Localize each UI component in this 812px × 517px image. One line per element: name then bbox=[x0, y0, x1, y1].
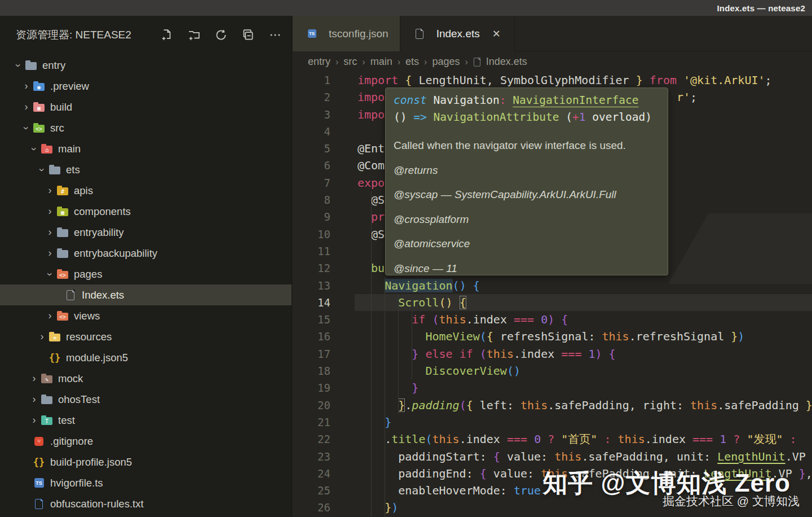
tab-bar: TStsconfig.jsonIndex.ets✕ bbox=[293, 16, 812, 51]
breadcrumb: entry›src›main›ets›pages›Index.ets bbox=[293, 52, 812, 72]
json-icon: {} bbox=[33, 457, 45, 468]
file-icon bbox=[64, 290, 77, 301]
folder-icon bbox=[25, 60, 37, 71]
line-number: 14 bbox=[293, 294, 330, 311]
folder-icon bbox=[41, 394, 53, 405]
tree-item-components[interactable]: ›▦components bbox=[0, 201, 292, 222]
tree-item-ets[interactable]: ›ets bbox=[0, 159, 292, 180]
window-title: Index.ets — netease2 bbox=[717, 3, 805, 13]
chevron-right-icon[interactable]: › bbox=[21, 80, 31, 92]
hover-signature-line: () => NavigationAttribute (+1 overload) bbox=[394, 109, 660, 126]
tree-item-label: resources bbox=[66, 331, 112, 343]
tree-item-test[interactable]: ›Ttest bbox=[0, 410, 292, 431]
tree-item-Index.ets[interactable]: ›Index.ets bbox=[0, 284, 292, 305]
new-file-icon[interactable] bbox=[160, 28, 174, 42]
tab-Index.ets[interactable]: Index.ets✕ bbox=[400, 16, 515, 51]
breadcrumb-item-entry[interactable]: entry bbox=[308, 56, 330, 68]
chevron-right-icon[interactable]: › bbox=[45, 310, 55, 322]
tree-item-label: entryability bbox=[74, 226, 123, 239]
chevron-right-icon[interactable]: › bbox=[21, 101, 31, 113]
line-content: } bbox=[358, 379, 418, 396]
chevron-right-icon: › bbox=[336, 57, 338, 67]
line-number: 17 bbox=[293, 345, 330, 362]
type-link[interactable]: NavigationInterface bbox=[513, 94, 638, 107]
tree-item-entrybackupability[interactable]: ›entrybackupability bbox=[0, 243, 292, 264]
line-number: 16 bbox=[293, 328, 330, 345]
breadcrumb-item-ets[interactable]: ets bbox=[405, 56, 419, 68]
tree-item-.preview[interactable]: ›◉.preview bbox=[0, 76, 292, 97]
close-icon[interactable]: ✕ bbox=[490, 27, 503, 41]
tree-item-label: ets bbox=[66, 164, 80, 176]
chevron-right-icon[interactable]: › bbox=[29, 373, 39, 384]
chevron-right-icon[interactable]: › bbox=[45, 185, 55, 196]
breadcrumb-item-main[interactable]: main bbox=[370, 56, 392, 68]
watermark-juejin: 掘金技术社区 @ 文博知浅 bbox=[663, 493, 800, 509]
tree-item-obfuscation-rules.txt[interactable]: ›obfuscation-rules.txt bbox=[0, 493, 292, 514]
line-content: expo bbox=[358, 174, 385, 191]
tree-item-build[interactable]: ›▣build bbox=[0, 97, 292, 117]
chevron-right-icon: › bbox=[465, 57, 467, 67]
chevron-right-icon[interactable]: › bbox=[29, 393, 39, 405]
line-number: 4 bbox=[293, 123, 330, 140]
tree-item-entryability[interactable]: ›entryability bbox=[0, 222, 292, 243]
file-icon bbox=[474, 58, 480, 66]
tree-item-label: mock bbox=[58, 373, 83, 385]
line-number: 9 bbox=[293, 208, 330, 225]
chevron-right-icon[interactable]: › bbox=[45, 226, 55, 238]
folder-icon: ⌂ bbox=[41, 143, 53, 155]
tree-item-entry[interactable]: ›entry bbox=[0, 55, 292, 76]
folder-icon bbox=[48, 164, 61, 176]
text-file-icon bbox=[33, 498, 45, 510]
chevron-down-icon[interactable]: › bbox=[36, 165, 48, 174]
chevron-right-icon[interactable]: › bbox=[29, 414, 39, 426]
line-number: 11 bbox=[293, 243, 330, 260]
code-line-1[interactable]: 1import { LengthUnit, SymbolGlyphModifie… bbox=[293, 72, 812, 89]
line-content: .title(this.index === 0 ? "首页" : this.in… bbox=[358, 431, 797, 448]
line-number: 18 bbox=[293, 362, 330, 379]
tree-item-apis[interactable]: ›#apis bbox=[0, 180, 292, 201]
chevron-right-icon[interactable]: › bbox=[45, 205, 55, 217]
tree-item-mock[interactable]: ›✎mock bbox=[0, 368, 292, 389]
tree-item-.gitignore[interactable]: ›⑂.gitignore bbox=[0, 431, 292, 452]
new-folder-icon[interactable] bbox=[187, 28, 201, 42]
tree-item-src[interactable]: ›<>src bbox=[0, 117, 292, 138]
line-number: 5 bbox=[293, 140, 330, 157]
chevron-right-icon: › bbox=[362, 57, 365, 67]
folder-icon: <> bbox=[56, 269, 69, 280]
chevron-right-icon[interactable]: › bbox=[37, 331, 47, 343]
line-number: 3 bbox=[293, 106, 330, 123]
tree-item-label: Index.ets bbox=[82, 289, 124, 301]
line-content: } bbox=[358, 414, 391, 431]
tree-item-main[interactable]: ›⌂main bbox=[0, 138, 292, 159]
chevron-down-icon[interactable]: › bbox=[20, 123, 32, 133]
collapse-all-icon[interactable] bbox=[241, 28, 255, 42]
tree-item-hvigorfile.ts[interactable]: ›TShvigorfile.ts bbox=[0, 472, 292, 493]
more-icon[interactable] bbox=[268, 28, 283, 42]
chevron-right-icon[interactable]: › bbox=[45, 247, 55, 259]
line-content: }.padding({ left: this.safePadding, righ… bbox=[358, 397, 812, 414]
refresh-icon[interactable] bbox=[214, 28, 228, 42]
chevron-down-icon[interactable]: › bbox=[28, 144, 40, 154]
line-content: HomeView({ refreshSignal: this.refreshSi… bbox=[358, 328, 744, 345]
tree-item-pages[interactable]: ›<>pages bbox=[0, 264, 292, 284]
chevron-down-icon[interactable]: › bbox=[44, 269, 56, 279]
tab-tsconfig.json[interactable]: TStsconfig.json bbox=[293, 16, 400, 51]
hover-doc-line: Called when the navigator view interface… bbox=[394, 133, 660, 158]
indent-guide bbox=[398, 294, 399, 414]
folder-icon: <> bbox=[56, 310, 69, 322]
chevron-down-icon[interactable]: › bbox=[12, 60, 24, 70]
tree-item-ohosTest[interactable]: ›ohosTest bbox=[0, 389, 292, 410]
breadcrumb-item-pages[interactable]: pages bbox=[432, 56, 460, 68]
tree-item-label: build bbox=[50, 101, 72, 113]
tree-item-resources[interactable]: ›≡resources bbox=[0, 326, 292, 347]
line-number: 23 bbox=[293, 448, 330, 465]
breadcrumb-file[interactable]: Index.ets bbox=[486, 56, 527, 68]
tree-item-module.json5[interactable]: ›{}module.json5 bbox=[0, 347, 292, 368]
line-number: 7 bbox=[293, 174, 330, 191]
line-number: 6 bbox=[293, 157, 330, 174]
line-content: @Ent bbox=[358, 140, 385, 157]
tree-item-views[interactable]: ›<>views bbox=[0, 305, 292, 326]
tree-item-build-profile.json5[interactable]: ›{}build-profile.json5 bbox=[0, 452, 292, 472]
line-number: 10 bbox=[293, 226, 330, 243]
breadcrumb-item-src[interactable]: src bbox=[343, 56, 357, 68]
